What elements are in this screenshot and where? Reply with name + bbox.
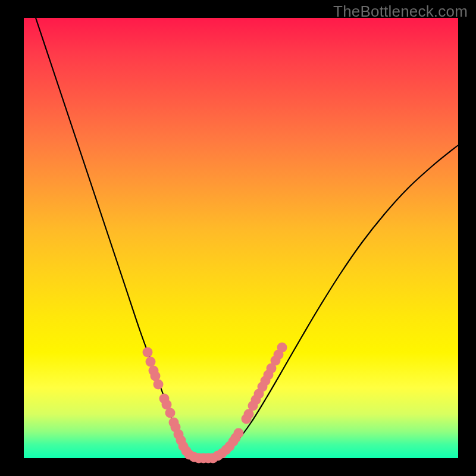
plot-area [24,18,458,458]
chart-svg [24,18,458,458]
curve-marker [277,343,287,353]
curve-marker [165,408,176,418]
curve-marker [234,428,244,439]
bottleneck-curve [36,18,458,459]
curve-marker [143,347,153,358]
curve-markers [143,343,287,464]
chart-frame: TheBottleneck.com [0,0,476,476]
curve-marker [154,380,164,390]
curve-marker [146,357,156,367]
